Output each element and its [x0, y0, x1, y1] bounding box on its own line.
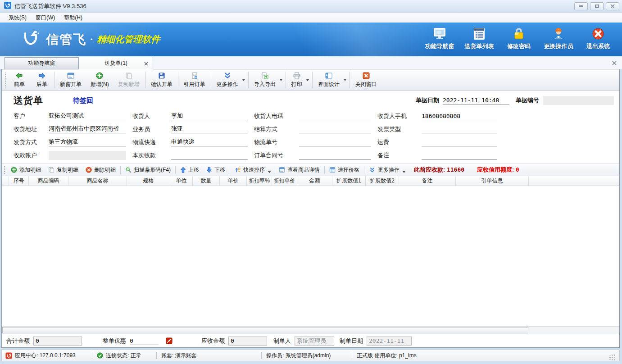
toolbar-separator [248, 72, 249, 88]
delivery-list-button[interactable]: 送货单列表 [462, 25, 497, 54]
exit-system-button[interactable]: 退出系统 [581, 25, 616, 54]
collection-account-field[interactable] [49, 151, 126, 160]
total-amount-field[interactable] [33, 337, 82, 346]
nav-window-button[interactable]: 功能导航窗 [422, 25, 457, 54]
new-window-order-button[interactable]: 新窗开单 [55, 70, 86, 90]
detail-more-actions-button[interactable]: 更多操作 [365, 166, 408, 174]
create-date-label: 制单日期 [340, 337, 363, 345]
toolbar-label: 关闭窗口 [355, 81, 377, 88]
quote-order-button[interactable]: 引用订单 [179, 70, 210, 90]
column-header-discount-price[interactable]: 折扣单价 [272, 176, 297, 186]
confirm-order-button[interactable]: 确认开单 [146, 70, 177, 90]
quick-sort-button[interactable]: 快速排序 [231, 166, 273, 174]
create-date-field[interactable] [367, 337, 412, 346]
menu-help[interactable]: 帮助(H) [60, 13, 86, 23]
next-order-button[interactable]: 后单 [31, 70, 53, 90]
column-header-seq[interactable]: 序号 [9, 176, 29, 186]
tab-nav-window[interactable]: 功能导航窗 [5, 57, 79, 69]
column-header-ext2[interactable]: 扩展数值2 [366, 176, 399, 186]
maximize-button[interactable] [590, 2, 604, 10]
receivable-amount-field[interactable] [228, 337, 267, 346]
minimize-button[interactable] [574, 2, 588, 10]
tabstrip-close-icon[interactable] [612, 59, 617, 67]
detail-toolbar-grip[interactable] [3, 166, 6, 174]
column-header-remark[interactable]: 备注 [399, 176, 456, 186]
customer-field[interactable] [49, 112, 126, 120]
column-header-ext1[interactable]: 扩展数值1 [332, 176, 366, 186]
app-center-segment: 应用中心: 127.0.0.1:7093 [5, 352, 87, 359]
order-discount-field[interactable] [130, 337, 159, 345]
detail-separator [120, 166, 121, 174]
close-window-button[interactable]: 关闭窗口 [351, 70, 381, 90]
switch-operator-button[interactable]: 更换操作员 [541, 25, 576, 54]
column-header-amount[interactable]: 金额 [297, 176, 332, 186]
document-number-field[interactable] [543, 96, 614, 105]
more-actions-button[interactable]: 更多操作 [212, 70, 247, 90]
toolbar-grip[interactable] [4, 73, 7, 87]
banner: 信管飞 · 精细化管理软件 功能导航窗 送货单列表 修改密码 更换操作员 退出系… [0, 23, 622, 56]
column-header-price[interactable]: 单价 [220, 176, 247, 186]
column-header-spec[interactable]: 规格 [127, 176, 170, 186]
current-payment-field[interactable] [171, 151, 248, 160]
order-contract-field[interactable] [299, 151, 371, 160]
receiver-field[interactable] [171, 112, 248, 120]
tab-delivery-order[interactable]: 送货单(1) [79, 57, 153, 69]
column-header-discount-rate[interactable]: 折扣率% [247, 176, 272, 186]
delete-detail-button[interactable]: 删除明细 [82, 166, 119, 174]
logistics-express-field[interactable] [171, 138, 248, 146]
horizontal-scrollbar[interactable] [2, 326, 619, 334]
close-button[interactable] [606, 2, 619, 10]
menu-system[interactable]: 系统(S) [5, 13, 31, 23]
toolbar-label: 确认开单 [151, 81, 173, 88]
scrollbar-thumb[interactable] [2, 327, 528, 333]
select-price-button[interactable]: 选择价格 [326, 166, 363, 174]
freight-field[interactable] [422, 138, 497, 146]
operator-text: 操作员: 系统管理员(admin) [266, 352, 331, 359]
add-detail-button[interactable]: 添加明细 [7, 166, 45, 174]
column-header-ref-info[interactable]: 引单信息 [456, 176, 529, 186]
toolbar-label: 复制新增 [118, 81, 140, 88]
brand-name: 信管飞 [46, 31, 86, 48]
resize-grip[interactable] [609, 355, 616, 361]
discount-edit-button[interactable] [166, 337, 173, 344]
prev-order-button[interactable]: 前单 [8, 70, 31, 90]
receive-address-field[interactable] [49, 125, 126, 133]
scan-barcode-button[interactable]: 扫描条形码(F4) [122, 166, 174, 174]
items-table-body[interactable] [2, 186, 619, 326]
field-label: 本次收款 [132, 151, 165, 159]
salesperson-field[interactable] [171, 125, 248, 133]
tab-close-icon[interactable] [144, 61, 148, 67]
document-date-field[interactable] [443, 96, 509, 105]
detail-button-label: 查看商品详情 [287, 166, 320, 174]
move-down-button[interactable]: 下移 [203, 166, 229, 174]
change-password-button[interactable]: 修改密码 [501, 25, 536, 54]
settlement-method-field[interactable] [299, 125, 371, 133]
import-export-button[interactable]: 导入导出 [250, 70, 285, 90]
menu-window[interactable]: 窗口(W) [32, 13, 59, 23]
move-up-button[interactable]: 上移 [177, 166, 203, 174]
creator-field[interactable] [295, 337, 334, 346]
receiver-mobile-field[interactable] [422, 112, 497, 120]
logistics-number-field[interactable] [299, 138, 371, 146]
detail-separator [175, 166, 176, 174]
toolbar-separator [145, 72, 145, 88]
column-header-product-code[interactable]: 商品编码 [29, 176, 68, 186]
remark-field[interactable] [422, 151, 497, 160]
copy-add-button[interactable]: 复制新增 [114, 70, 144, 90]
column-header-product-name[interactable]: 商品名称 [68, 176, 127, 186]
print-button[interactable]: 打印 [287, 70, 311, 90]
status-badge: 待签回 [73, 96, 93, 105]
column-header-qty[interactable]: 数量 [193, 176, 220, 186]
copy-detail-button[interactable]: 复制明细 [45, 166, 82, 174]
receiver-phone-field[interactable] [299, 112, 371, 120]
toolbar-label: 新窗开单 [60, 81, 82, 88]
status-divider [156, 352, 157, 359]
view-product-detail-button[interactable]: 查看商品详情 [275, 166, 323, 174]
ship-method-field[interactable] [49, 138, 126, 146]
column-header[interactable] [2, 176, 9, 186]
add-new-button[interactable]: 新增(N) [86, 70, 114, 90]
column-header-unit[interactable]: 单位 [170, 176, 193, 186]
move-down-icon [206, 167, 212, 173]
ui-design-button[interactable]: 界面设计 [313, 70, 349, 90]
invoice-type-field[interactable] [422, 125, 497, 133]
